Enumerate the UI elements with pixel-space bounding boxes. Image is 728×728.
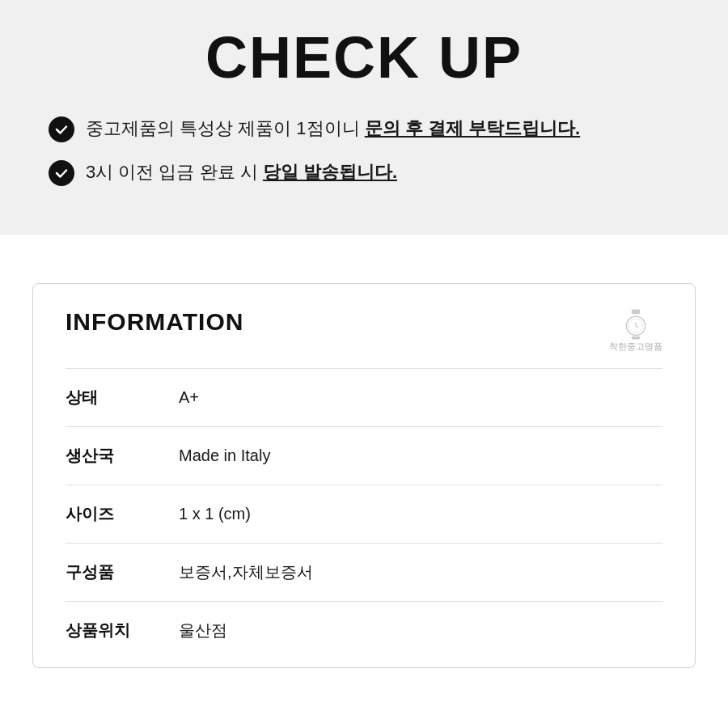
check-item-1: 중고제품의 특성상 제품이 1점이니 문의 후 결제 부탁드립니다. xyxy=(49,115,679,142)
logo-watch-icon xyxy=(620,308,652,341)
info-section-title: INFORMATION xyxy=(66,308,243,336)
checkmark-icon-1 xyxy=(49,116,74,142)
check-text-2: 3시 이전 입금 완료 시 당일 발송됩니다. xyxy=(86,159,397,185)
check-text-2-plain: 3시 이전 입금 완료 시 xyxy=(86,162,263,182)
table-row: 상품위치 울산점 xyxy=(66,602,662,660)
spacer xyxy=(0,235,728,283)
table-row: 사이즈 1 x 1 (cm) xyxy=(66,485,662,544)
check-text-1: 중고제품의 특성상 제품이 1점이니 문의 후 결제 부탁드립니다. xyxy=(86,115,580,142)
info-table: 상태 A+ 생산국 Made in Italy 사이즈 1 x 1 (cm) 구… xyxy=(66,368,662,659)
svg-rect-0 xyxy=(632,309,640,314)
svg-rect-5 xyxy=(632,336,640,340)
table-row: 상태 A+ xyxy=(66,369,662,427)
check-text-1-bold: 문의 후 결제 부탁드립니다. xyxy=(365,118,580,138)
check-text-2-bold: 당일 발송됩니다. xyxy=(263,162,397,182)
check-text-1-plain: 중고제품의 특성상 제품이 1점이니 xyxy=(86,118,365,138)
information-section: INFORMATION 착한중고명품 상태 A+ 생산국 Made in Ita… xyxy=(32,283,696,668)
value-size: 1 x 1 (cm) xyxy=(163,485,662,544)
header-section: CHECK UP 중고제품의 특성상 제품이 1점이니 문의 후 결제 부탁드립… xyxy=(0,0,728,235)
info-header: INFORMATION 착한중고명품 xyxy=(66,308,662,352)
value-components: 보증서,자체보증서 xyxy=(163,544,662,602)
label-components: 구성품 xyxy=(66,544,163,602)
table-row: 생산국 Made in Italy xyxy=(66,427,662,485)
label-size: 사이즈 xyxy=(66,485,163,544)
value-origin: Made in Italy xyxy=(163,427,662,485)
value-status: A+ xyxy=(163,369,662,427)
label-status: 상태 xyxy=(66,369,163,427)
table-row: 구성품 보증서,자체보증서 xyxy=(66,544,662,602)
value-location: 울산점 xyxy=(163,602,662,660)
checklist: 중고제품의 특성상 제품이 1점이니 문의 후 결제 부탁드립니다. 3시 이전… xyxy=(49,115,679,202)
label-location: 상품위치 xyxy=(66,602,163,660)
label-origin: 생산국 xyxy=(66,427,163,485)
check-item-2: 3시 이전 입금 완료 시 당일 발송됩니다. xyxy=(49,159,679,186)
page-title: CHECK UP xyxy=(49,24,679,91)
logo-watermark: 착한중고명품 xyxy=(609,308,662,352)
checkmark-icon-2 xyxy=(49,160,74,186)
logo-text: 착한중고명품 xyxy=(609,341,662,352)
